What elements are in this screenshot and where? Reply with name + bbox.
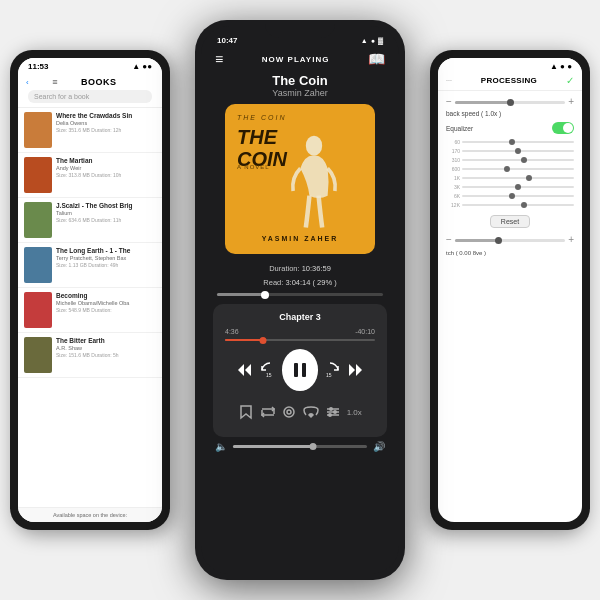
eq-bands: 60 170 310 600 1K 3K	[446, 139, 574, 208]
progress-fill	[217, 293, 265, 296]
right-status-bar: ▲ ● ●	[438, 58, 582, 73]
svg-point-6	[287, 410, 291, 414]
audio-track-button[interactable]	[278, 399, 300, 425]
album-author: YASMIN ZAHER	[237, 235, 363, 242]
current-time: 4:36	[225, 328, 239, 335]
menu-icon[interactable]: ≡	[52, 77, 57, 87]
reset-button[interactable]: Reset	[490, 215, 530, 228]
album-art: THE COIN THECOIN A NOVEL YASMIN ZAHER	[225, 104, 375, 254]
eq-band-row: 600	[446, 166, 574, 172]
equalizer-button[interactable]	[322, 399, 344, 425]
eq-band-row: 60	[446, 139, 574, 145]
chapter-progress[interactable]	[225, 339, 375, 341]
right-header: ··· PROCESSING ✓	[438, 73, 582, 91]
book-list-item[interactable]: Where the Crawdads Sin Delia Owens Size:…	[18, 108, 162, 153]
eq-band-row: 12K	[446, 202, 574, 208]
chapter-thumb	[259, 337, 266, 344]
left-header-row: ‹ ≡ BOOKS	[26, 77, 154, 87]
time-row: 4:36 -40:10	[225, 328, 375, 335]
forward-button[interactable]: 15	[318, 356, 342, 384]
volume-low-icon: 🔈	[215, 441, 227, 452]
main-progress-area	[201, 289, 399, 300]
right-phone: ▲ ● ● ··· PROCESSING ✓ − +	[430, 50, 590, 530]
book-list-item[interactable]: Becoming Michelle Obama/Michelle Oba Siz…	[18, 288, 162, 333]
speed-slider-row: − +	[446, 97, 574, 107]
eq-band-row: 1K	[446, 175, 574, 181]
book-list-item[interactable]: The Long Earth - 1 - The Terry Pratchett…	[18, 243, 162, 288]
eq-band-row: 170	[446, 148, 574, 154]
equalizer-label: Equalizer	[446, 125, 473, 132]
bookmark-button[interactable]	[235, 399, 257, 425]
chapter-section: Chapter 3 4:36 -40:10	[213, 304, 387, 437]
minus-icon[interactable]: −	[446, 97, 452, 107]
signal-icon: ▲	[361, 37, 368, 44]
plus-icon[interactable]: +	[568, 97, 574, 107]
book-list-item[interactable]: The Martian Andy Weir Size: 313.8 MB Dur…	[18, 153, 162, 198]
left-phone-screen: 11:53 ▲ ●● ‹ ≡ BOOKS Search for a book W…	[18, 58, 162, 522]
main-book-author: Yasmin Zaher	[201, 88, 399, 98]
skip-forward-button[interactable]	[343, 356, 367, 384]
right-status-icons: ▲ ● ●	[550, 62, 572, 71]
pitch-label: tch ( 0.00 8ve )	[446, 250, 574, 256]
svg-point-12	[328, 413, 332, 417]
center-phone: 10:47 ▲ ● ▓ ≡ NOW PLAYING 📖 The Coin Yas…	[195, 20, 405, 580]
check-icon[interactable]: ✓	[566, 75, 574, 86]
hamburger-icon[interactable]: ≡	[215, 52, 223, 66]
equalizer-toggle[interactable]	[552, 122, 574, 134]
right-header-back-dots: ···	[446, 77, 452, 84]
battery-icon: ▓	[378, 37, 383, 44]
search-bar[interactable]: Search for a book	[28, 90, 152, 103]
book-list-item[interactable]: The Bitter Earth A.R. Shaw Size: 151.6 M…	[18, 333, 162, 378]
notch	[265, 20, 335, 38]
svg-rect-2	[294, 363, 298, 377]
figurine-svg	[279, 132, 349, 232]
bottom-icons-row: 1.0x	[225, 399, 375, 425]
eq-band-row: 3K	[446, 184, 574, 190]
eq-band-row: 6K	[446, 193, 574, 199]
left-header: ‹ ≡ BOOKS Search for a book	[18, 73, 162, 108]
now-playing-label: NOW PLAYING	[262, 55, 330, 64]
svg-text:15: 15	[266, 372, 272, 378]
progress-thumb	[261, 291, 269, 299]
repeat-button[interactable]	[257, 399, 279, 425]
back-button[interactable]: ‹	[26, 78, 29, 87]
eq-band-row: 310	[446, 157, 574, 163]
speed-slider[interactable]	[455, 101, 565, 104]
volume-bar[interactable]	[233, 445, 367, 448]
svg-point-5	[284, 407, 294, 417]
album-tag: THE COIN	[237, 114, 286, 121]
svg-point-0	[306, 136, 322, 156]
main-progress-bar[interactable]	[217, 293, 383, 296]
volume-thumb	[310, 443, 317, 450]
svg-text:15: 15	[326, 372, 332, 378]
left-status-bar: 11:53 ▲ ●●	[18, 58, 162, 73]
volume-high-icon: 🔊	[373, 441, 385, 452]
book-list-item[interactable]: J.Scalzi - The Ghost Brig Talium Size: 6…	[18, 198, 162, 243]
rewind-button[interactable]: 15	[257, 356, 281, 384]
duration-info: Duration: 10:36:59 Read: 3:04:14 ( 29% )	[201, 262, 399, 289]
books-title: BOOKS	[81, 77, 117, 87]
skip-back-button[interactable]	[233, 356, 257, 384]
bottom-bar: Available space on the device:	[18, 507, 162, 522]
book-icon[interactable]: 📖	[368, 51, 385, 67]
album-subtitle: A NOVEL	[237, 164, 270, 170]
pitch-slider[interactable]	[455, 239, 565, 242]
speed-button[interactable]: 1.0x	[343, 399, 365, 425]
playback-speed-row: − + back speed ( 1.0x )	[446, 97, 574, 117]
svg-rect-3	[302, 363, 306, 377]
speed-label: back speed ( 1.0x )	[446, 110, 574, 117]
pitch-plus[interactable]: +	[568, 235, 574, 245]
volume-fill	[233, 445, 313, 448]
pitch-minus[interactable]: −	[446, 235, 452, 245]
left-time: 11:53	[28, 62, 48, 71]
eq-content: − + back speed ( 1.0x ) Equalizer	[438, 91, 582, 522]
pause-button[interactable]	[282, 349, 319, 391]
right-phone-screen: ▲ ● ● ··· PROCESSING ✓ − +	[438, 58, 582, 522]
center-header: ≡ NOW PLAYING 📖	[201, 47, 399, 71]
wifi-icon: ●	[371, 37, 375, 44]
left-status-icons: ▲ ●●	[132, 62, 152, 71]
svg-point-10	[329, 407, 333, 411]
airplay-button[interactable]	[300, 399, 322, 425]
main-book-title: The Coin	[201, 73, 399, 88]
pitch-row: − +	[446, 235, 574, 245]
